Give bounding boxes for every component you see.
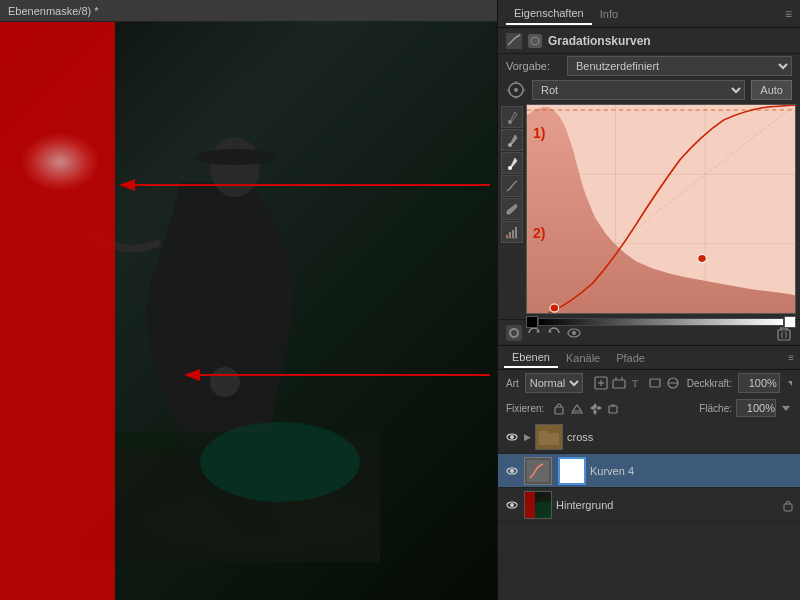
white-point-triangle[interactable]	[784, 316, 796, 328]
curves-mini-icon	[528, 34, 542, 48]
tab-info[interactable]: Info	[592, 4, 626, 24]
canvas-area: Ebenenmaske/8) *	[0, 0, 497, 600]
tab-eigenschaften[interactable]: Eigenschaften	[506, 3, 592, 25]
eyedropper-white-tool[interactable]	[501, 152, 523, 174]
svg-rect-68	[527, 460, 549, 482]
gradient-slider-row	[526, 316, 796, 328]
auto-btn[interactable]: Auto	[751, 80, 792, 100]
svg-rect-50	[613, 380, 625, 388]
curves-tools: ⚠	[498, 104, 526, 319]
layer-item-hintergrund[interactable]: Hintergrund	[498, 488, 800, 522]
panel-close-btn[interactable]: ≡	[785, 7, 792, 21]
folder-thumb	[535, 424, 563, 450]
svg-point-31	[550, 304, 559, 312]
smooth-tool[interactable]	[501, 175, 523, 197]
svg-point-18	[508, 143, 512, 147]
blend-label: Art	[506, 378, 519, 389]
preset-select[interactable]: Benutzerdefiniert	[567, 56, 792, 76]
layers-menu-btn[interactable]: ≡	[788, 352, 794, 363]
svg-point-17	[508, 120, 512, 124]
curves-title: Gradationskurven	[548, 34, 651, 48]
svg-point-67	[510, 469, 514, 473]
fix-pos-icon[interactable]	[588, 401, 602, 415]
layers-panel: Ebenen Kanäle Pfade ≡ Art Normal T	[498, 345, 800, 600]
opacity-input[interactable]	[738, 373, 780, 393]
svg-marker-37	[536, 330, 539, 333]
area-input[interactable]	[736, 399, 776, 417]
layer-item-cross[interactable]: ▶ cross	[498, 420, 800, 454]
fix-pixel-icon[interactable]	[570, 401, 584, 415]
blend-mode-row: Art Normal T Deckkraft:	[498, 370, 800, 396]
curves-graph-container: 1) 2)	[526, 104, 796, 319]
histogram-tool[interactable]: ⚠	[501, 221, 523, 243]
layer-name-cross: cross	[567, 431, 794, 443]
layer-name-kurven4: Kurven 4	[590, 465, 794, 477]
svg-rect-22	[512, 230, 514, 238]
layer-color-icon[interactable]	[611, 375, 627, 391]
fix-lock-icon[interactable]	[552, 401, 566, 415]
layer-name-hintergrund: Hintergrund	[556, 499, 778, 511]
canvas-tab[interactable]: Ebenenmaske/8) *	[0, 0, 497, 22]
layer-shape-icon[interactable]	[647, 375, 663, 391]
app-container: Ebenenmaske/8) *	[0, 0, 800, 600]
eyedropper-black-tool[interactable]	[501, 106, 523, 128]
svg-point-40	[572, 331, 576, 335]
layer-locked-icon	[782, 498, 794, 512]
group-expand-arrow[interactable]: ▶	[524, 432, 531, 442]
svg-point-36	[511, 330, 517, 336]
svg-rect-60	[609, 406, 617, 413]
svg-rect-23	[515, 227, 517, 238]
fix-label: Fixieren:	[506, 403, 544, 414]
tab-kanaele[interactable]: Kanäle	[558, 349, 608, 367]
channel-row: Rot Auto	[498, 78, 800, 102]
curves-adj-thumb	[524, 457, 552, 485]
opacity-arrow-icon[interactable]	[786, 375, 792, 391]
svg-rect-58	[555, 407, 563, 414]
svg-point-19	[508, 166, 512, 170]
eyedropper-gray-tool[interactable]	[501, 129, 523, 151]
curves-panel-icon	[506, 33, 522, 49]
mask-icon[interactable]	[506, 325, 522, 341]
channel-select[interactable]: Rot	[532, 80, 745, 100]
canvas-tab-label: Ebenenmaske/8) *	[8, 5, 99, 17]
svg-point-70	[510, 503, 514, 507]
visibility-eye-hintergrund[interactable]	[504, 497, 520, 513]
svg-text:⚠: ⚠	[506, 232, 512, 238]
svg-point-2	[195, 149, 275, 165]
layer-item-kurven4[interactable]: Kurven 4	[498, 454, 800, 488]
black-point-triangle[interactable]	[526, 316, 538, 328]
curves-section: Gradationskurven Vorgabe: Benutzerdefini…	[498, 28, 800, 345]
preset-label: Vorgabe:	[506, 60, 561, 72]
histogram-svg	[527, 105, 795, 313]
layer-adj-icon[interactable]	[665, 375, 681, 391]
area-arrow-icon[interactable]	[780, 400, 792, 416]
svg-point-64	[510, 435, 514, 439]
layer-new-icon[interactable]	[593, 375, 609, 391]
opacity-label: Deckkraft:	[687, 378, 732, 389]
svg-rect-61	[611, 404, 615, 407]
svg-point-3	[210, 367, 240, 397]
fix-row: Fixieren: Fläche:	[498, 396, 800, 420]
red-overlay	[0, 22, 115, 600]
area-label: Fläche:	[699, 403, 732, 414]
curves-graph[interactable]: 1) 2)	[526, 104, 796, 314]
preset-row: Vorgabe: Benutzerdefiniert	[498, 54, 800, 78]
svg-rect-54	[650, 379, 660, 387]
properties-header: Eigenschaften Info ≡	[498, 0, 800, 28]
layers-tabs: Ebenen Kanäle Pfade ≡	[498, 346, 800, 370]
graph-label-2: 2)	[533, 225, 545, 241]
visibility-eye-cross[interactable]	[504, 429, 520, 445]
pencil-tool[interactable]	[501, 198, 523, 220]
target-tool-icon[interactable]	[506, 80, 526, 100]
gradient-slider[interactable]	[538, 318, 784, 326]
tab-pfade[interactable]: Pfade	[608, 349, 653, 367]
layer-text-icon[interactable]: T	[629, 375, 645, 391]
blend-select[interactable]: Normal	[525, 373, 583, 393]
svg-marker-38	[549, 330, 552, 333]
visibility-eye-kurven4[interactable]	[504, 463, 520, 479]
fix-artboard-icon[interactable]	[606, 401, 620, 415]
svg-point-12	[514, 88, 518, 92]
mask-thumb-kurven4[interactable]	[558, 457, 586, 485]
tab-ebenen[interactable]: Ebenen	[504, 348, 558, 368]
svg-point-1	[210, 137, 260, 197]
